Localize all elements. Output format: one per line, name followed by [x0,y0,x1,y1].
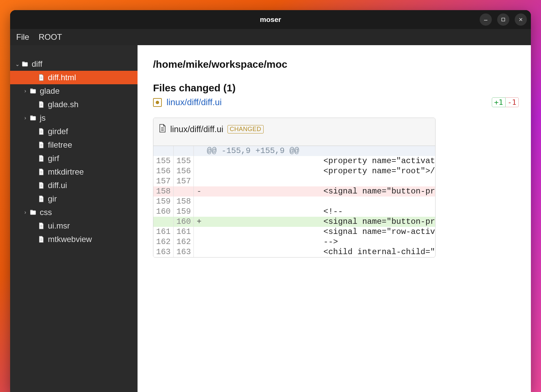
diff-line: 159158 [153,197,435,207]
minimize-icon [483,17,488,22]
folder-icon [29,208,37,216]
tree-folder[interactable]: ›js [10,111,138,125]
chevron-icon: ⌄ [14,61,20,67]
diff-code: --> [204,237,435,247]
window-title: moser [260,16,281,24]
diff-code: <signal name="row-activated" [204,227,435,237]
diff-sign [194,197,204,207]
file-icon [37,235,45,243]
lines-removed-badge: -1 [506,97,519,107]
tree-item-label: glade [39,86,60,96]
content-pane: /home/mike/workspace/moc Files changed (… [138,45,531,392]
diff-code: <!-- [204,207,435,217]
tree-file[interactable]: ui.msr [10,219,138,233]
diff-sign [194,176,204,186]
new-line-number [174,146,194,156]
diff-sign: + [194,217,204,227]
diff-sign [194,166,204,176]
folder-icon [29,114,37,122]
application-window: moser File ROOT ⌄diffdiff.html›gladeglad… [10,10,531,392]
body: ⌄diffdiff.html›gladeglade.sh›jsgirdeffil… [10,45,531,392]
old-line-number [153,217,174,227]
diff-code [204,197,435,207]
svg-rect-17 [30,116,33,117]
minimize-button[interactable] [480,13,492,26]
tree-item-label: girdef [47,127,68,136]
diff-code: <signal name="button-press-e [204,217,435,227]
file-link[interactable]: linux/diff/diff.ui [167,97,222,108]
tree-file[interactable]: mtkwebview [10,233,138,246]
tree-file[interactable]: diff.html [10,71,138,84]
tree-folder[interactable]: ›css [10,206,138,219]
file-icon [37,127,45,135]
file-tree[interactable]: ⌄diffdiff.html›gladeglade.sh›jsgirdeffil… [10,45,138,392]
diff-code: @@ -155,9 +155,9 @@ [204,146,435,156]
workspace-path: /home/mike/workspace/moc [153,59,531,70]
svg-rect-6 [23,63,28,66]
diff-line: 160159 <!-- [153,207,435,217]
diff-code [204,176,435,186]
new-line-number [174,186,194,197]
tree-folder[interactable]: ⌄diff [10,57,138,71]
folder-icon [21,60,29,68]
status-badge: CHANGED [228,125,264,133]
diff-line: 157157 [153,176,435,186]
diff-sign [194,247,204,257]
tree-item-label: gir [47,194,57,204]
maximize-icon [501,17,506,22]
new-line-number: 161 [174,227,194,237]
menubar: File ROOT [10,29,531,45]
old-line-number: 163 [153,247,174,257]
tree-item-label: diff.ui [47,181,67,190]
diff-code: <property name="activate-on- [204,156,435,166]
svg-rect-39 [31,211,36,214]
menu-file[interactable]: File [16,32,29,42]
diff-sign [194,227,204,237]
diff-line: 155155 <property name="activate-on- [153,156,435,166]
tree-item-label: girf [47,154,59,163]
diff-code: <property name="root">/</pro [204,166,435,176]
new-line-number: 158 [174,197,194,207]
tree-folder[interactable]: ›glade [10,84,138,98]
modified-icon [153,98,162,107]
chevron-icon: › [22,115,28,121]
tree-file[interactable]: glade.sh [10,98,138,111]
file-icon [37,168,45,176]
svg-rect-38 [30,210,33,211]
file-icon [159,124,166,134]
svg-rect-5 [22,62,25,63]
maximize-button[interactable] [497,13,509,26]
tree-file[interactable]: diff.ui [10,179,138,192]
close-button[interactable] [515,13,527,26]
tree-file[interactable]: filetree [10,138,138,152]
diff-sign: - [194,186,204,197]
file-icon [37,195,45,203]
old-line-number: 158 [153,186,174,197]
new-line-number: 160 [174,217,194,227]
tree-file[interactable]: girf [10,152,138,165]
file-icon [37,181,45,189]
new-line-number: 162 [174,237,194,247]
diff-line: 162162 --> [153,237,435,247]
diff-sign [194,237,204,247]
svg-rect-18 [31,117,36,120]
tree-item-label: js [39,113,46,123]
file-icon [37,222,45,230]
new-line-number: 157 [174,176,194,186]
tree-item-label: diff.html [47,73,76,82]
diff-sign [194,146,204,156]
diff-code: <child internal-child="selec [204,247,435,257]
tree-file[interactable]: mtkdirtree [10,165,138,179]
tree-file[interactable]: gir [10,192,138,206]
new-line-number: 159 [174,207,194,217]
diff-line: 161161 <signal name="row-activated" [153,227,435,237]
diff-line: 156156 <property name="root">/</pro [153,166,435,176]
file-icon [37,141,45,149]
tree-file[interactable]: girdef [10,125,138,138]
menu-root[interactable]: ROOT [39,32,62,42]
svg-rect-12 [31,90,36,93]
titlebar[interactable]: moser [10,10,531,29]
old-line-number: 155 [153,156,174,166]
diff-sign [194,156,204,166]
chevron-icon: › [22,209,28,215]
